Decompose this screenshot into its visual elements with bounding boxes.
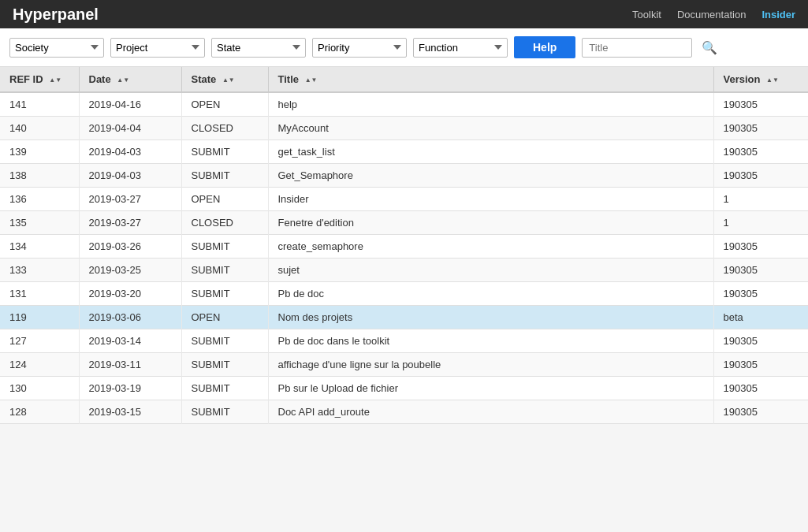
cell-refid: 131: [0, 282, 79, 306]
cell-title: Pb de doc dans le toolkit: [268, 329, 713, 353]
cell-version: 190305: [713, 117, 808, 140]
cell-state: SUBMIT: [181, 400, 268, 424]
cell-version: 190305: [713, 400, 808, 424]
cell-refid: 135: [0, 211, 79, 235]
cell-refid: 140: [0, 117, 79, 140]
cell-state: CLOSED: [181, 117, 268, 140]
search-button[interactable]: 🔍: [698, 39, 720, 57]
help-button[interactable]: Help: [514, 36, 575, 58]
data-table: REF ID ▲▼ Date ▲▼ State ▲▼ Title ▲▼ Vers…: [0, 67, 808, 424]
table-row[interactable]: 1402019-04-04CLOSEDMyAccount190305: [0, 117, 808, 140]
cell-version: beta: [713, 306, 808, 329]
cell-state: OPEN: [181, 188, 268, 211]
table-row[interactable]: 1192019-03-06OPENNom des projetsbeta: [0, 306, 808, 329]
table-row[interactable]: 1312019-03-20SUBMITPb de doc190305: [0, 282, 808, 306]
cell-refid: 141: [0, 92, 79, 117]
nav-documentation[interactable]: Documentation: [677, 9, 746, 20]
function-filter[interactable]: Function: [413, 38, 508, 58]
table-row[interactable]: 1242019-03-11SUBMITaffichage d'une ligne…: [0, 353, 808, 377]
cell-state: OPEN: [181, 306, 268, 329]
cell-version: 190305: [713, 377, 808, 400]
cell-date: 2019-03-19: [79, 377, 181, 400]
cell-refid: 133: [0, 259, 79, 282]
cell-date: 2019-03-26: [79, 235, 181, 259]
cell-title: Fenetre d'edition: [268, 211, 713, 235]
cell-title: Insider: [268, 188, 713, 211]
cell-version: 190305: [713, 259, 808, 282]
cell-state: SUBMIT: [181, 140, 268, 164]
cell-version: 190305: [713, 164, 808, 188]
sort-icon-date: ▲▼: [117, 77, 129, 84]
cell-refid: 130: [0, 377, 79, 400]
table-header-row: REF ID ▲▼ Date ▲▼ State ▲▼ Title ▲▼ Vers…: [0, 67, 808, 92]
col-header-date[interactable]: Date ▲▼: [79, 67, 181, 92]
title-filter-row: 🔍: [582, 38, 720, 58]
cell-date: 2019-04-04: [79, 117, 181, 140]
nav-insider[interactable]: Insider: [761, 9, 795, 20]
state-filter[interactable]: State: [211, 38, 306, 58]
cell-title: sujet: [268, 259, 713, 282]
table-row[interactable]: 1302019-03-19SUBMITPb sur le Upload de f…: [0, 377, 808, 400]
app-title: Hyperpanel: [13, 6, 99, 24]
cell-title: Get_Semaphore: [268, 164, 713, 188]
cell-title: help: [268, 92, 713, 117]
cell-refid: 127: [0, 329, 79, 353]
toolbar: Society Project State Priority Function …: [0, 28, 808, 67]
cell-refid: 136: [0, 188, 79, 211]
project-filter[interactable]: Project: [110, 38, 205, 58]
cell-state: CLOSED: [181, 211, 268, 235]
cell-title: Doc API add_uroute: [268, 400, 713, 424]
cell-title: MyAccount: [268, 117, 713, 140]
cell-date: 2019-03-27: [79, 188, 181, 211]
sort-icon-version: ▲▼: [766, 77, 779, 84]
header-nav: Toolkit Documentation Insider: [632, 9, 795, 20]
table-row[interactable]: 1412019-04-16OPENhelp190305: [0, 92, 808, 117]
cell-date: 2019-03-11: [79, 353, 181, 377]
col-header-state[interactable]: State ▲▼: [181, 67, 268, 92]
cell-date: 2019-03-27: [79, 211, 181, 235]
cell-date: 2019-03-25: [79, 259, 181, 282]
cell-refid: 119: [0, 306, 79, 329]
cell-version: 190305: [713, 235, 808, 259]
cell-refid: 124: [0, 353, 79, 377]
col-header-version[interactable]: Version ▲▼: [713, 67, 808, 92]
cell-version: 190305: [713, 353, 808, 377]
priority-filter[interactable]: Priority: [312, 38, 407, 58]
cell-state: SUBMIT: [181, 329, 268, 353]
title-input[interactable]: [582, 38, 692, 58]
col-header-title[interactable]: Title ▲▼: [268, 67, 713, 92]
table-row[interactable]: 1382019-04-03SUBMITGet_Semaphore190305: [0, 164, 808, 188]
society-filter[interactable]: Society: [9, 38, 104, 58]
cell-title: Pb sur le Upload de fichier: [268, 377, 713, 400]
cell-date: 2019-04-16: [79, 92, 181, 117]
cell-title: create_semaphore: [268, 235, 713, 259]
cell-title: Pb de doc: [268, 282, 713, 306]
table-row[interactable]: 1282019-03-15SUBMITDoc API add_uroute190…: [0, 400, 808, 424]
table-body: 1412019-04-16OPENhelp1903051402019-04-04…: [0, 92, 808, 424]
cell-state: SUBMIT: [181, 164, 268, 188]
cell-refid: 139: [0, 140, 79, 164]
cell-date: 2019-03-06: [79, 306, 181, 329]
sort-icon-state: ▲▼: [222, 77, 235, 84]
cell-state: OPEN: [181, 92, 268, 117]
table-row[interactable]: 1332019-03-25SUBMITsujet190305: [0, 259, 808, 282]
app-header: Hyperpanel Toolkit Documentation Insider: [0, 0, 808, 28]
cell-title: get_task_list: [268, 140, 713, 164]
cell-refid: 128: [0, 400, 79, 424]
col-header-refid[interactable]: REF ID ▲▼: [0, 67, 79, 92]
table-row[interactable]: 1352019-03-27CLOSEDFenetre d'edition1: [0, 211, 808, 235]
cell-refid: 134: [0, 235, 79, 259]
table-row[interactable]: 1392019-04-03SUBMITget_task_list190305: [0, 140, 808, 164]
filter-row: Society Project State Priority Function …: [9, 36, 575, 58]
data-table-wrapper: REF ID ▲▼ Date ▲▼ State ▲▼ Title ▲▼ Vers…: [0, 67, 808, 424]
cell-version: 1: [713, 188, 808, 211]
cell-version: 190305: [713, 140, 808, 164]
table-row[interactable]: 1342019-03-26SUBMITcreate_semaphore19030…: [0, 235, 808, 259]
table-row[interactable]: 1272019-03-14SUBMITPb de doc dans le too…: [0, 329, 808, 353]
cell-date: 2019-04-03: [79, 140, 181, 164]
cell-version: 190305: [713, 329, 808, 353]
table-row[interactable]: 1362019-03-27OPENInsider1: [0, 188, 808, 211]
cell-title: Nom des projets: [268, 306, 713, 329]
nav-toolkit[interactable]: Toolkit: [632, 9, 661, 20]
cell-state: SUBMIT: [181, 259, 268, 282]
